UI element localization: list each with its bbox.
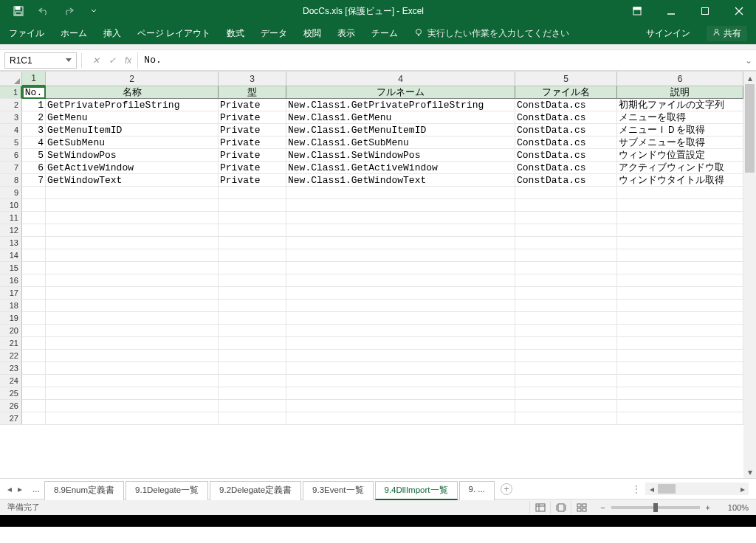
empty-cell[interactable] — [22, 412, 46, 425]
zoom-in-button[interactable]: + — [706, 503, 710, 512]
empty-cell[interactable] — [219, 400, 286, 412]
empty-cell[interactable] — [22, 300, 46, 312]
table-cell[interactable]: 6 — [22, 162, 46, 174]
empty-cell[interactable] — [286, 199, 515, 212]
tab-insert[interactable]: 挿入 — [103, 27, 121, 40]
table-header-cell[interactable]: フルネーム — [286, 86, 515, 99]
empty-cell[interactable] — [286, 412, 515, 425]
row-header[interactable]: 12 — [0, 224, 22, 237]
new-sheet-button[interactable]: + — [501, 483, 512, 495]
empty-cell[interactable] — [46, 274, 219, 287]
row-header[interactable]: 21 — [0, 337, 22, 350]
column-header[interactable]: 2 — [46, 72, 219, 86]
empty-cell[interactable] — [22, 375, 46, 387]
name-box[interactable]: R1C1 — [4, 52, 77, 69]
table-cell[interactable]: ConstData.cs — [515, 99, 617, 111]
empty-cell[interactable] — [46, 325, 219, 337]
sheet-tab[interactable]: 8.9Enum定義書 — [44, 481, 124, 500]
empty-cell[interactable] — [219, 287, 286, 300]
empty-cell[interactable] — [219, 350, 286, 362]
table-cell[interactable]: 初期化ファイルの文字列 — [617, 99, 743, 111]
empty-cell[interactable] — [22, 212, 46, 224]
empty-cell[interactable] — [617, 312, 743, 325]
empty-cell[interactable] — [22, 387, 46, 400]
row-header[interactable]: 7 — [0, 162, 22, 174]
empty-cell[interactable] — [286, 312, 515, 325]
tell-me-search[interactable]: 実行したい作業を入力してください — [414, 27, 569, 40]
empty-cell[interactable] — [617, 187, 743, 199]
row-header[interactable]: 18 — [0, 300, 22, 312]
empty-cell[interactable] — [286, 350, 515, 362]
empty-cell[interactable] — [22, 199, 46, 212]
scroll-up-arrow[interactable]: ▴ — [743, 72, 756, 84]
tab-review[interactable]: 校閲 — [303, 27, 321, 40]
empty-cell[interactable] — [617, 387, 743, 400]
column-header[interactable]: 6 — [617, 72, 743, 86]
vscroll-thumb[interactable] — [745, 84, 755, 173]
empty-cell[interactable] — [515, 237, 617, 249]
table-cell[interactable]: Private — [219, 162, 286, 174]
table-cell[interactable]: New.Class1.SetWindowPos — [286, 149, 515, 162]
empty-cell[interactable] — [617, 199, 743, 212]
empty-cell[interactable] — [515, 325, 617, 337]
empty-cell[interactable] — [46, 199, 219, 212]
empty-cell[interactable] — [515, 412, 617, 425]
tab-home[interactable]: ホーム — [61, 27, 87, 40]
empty-cell[interactable] — [617, 287, 743, 300]
empty-cell[interactable] — [515, 312, 617, 325]
row-header[interactable]: 10 — [0, 199, 22, 212]
table-cell[interactable]: 2 — [22, 111, 46, 124]
table-cell[interactable]: GetMenuItemID — [46, 124, 219, 136]
row-header[interactable]: 5 — [0, 136, 22, 149]
minimize-button[interactable] — [654, 0, 688, 22]
table-cell[interactable]: ウィンドウ位置設定 — [617, 149, 743, 162]
row-header[interactable]: 3 — [0, 111, 22, 124]
empty-cell[interactable] — [617, 237, 743, 249]
empty-cell[interactable] — [22, 325, 46, 337]
empty-cell[interactable] — [617, 224, 743, 237]
empty-cell[interactable] — [219, 262, 286, 274]
empty-cell[interactable] — [219, 375, 286, 387]
row-header[interactable]: 24 — [0, 375, 22, 387]
scroll-left-arrow[interactable]: ◂ — [645, 483, 658, 495]
table-cell[interactable]: New.Class1.GetSubMenu — [286, 136, 515, 149]
empty-cell[interactable] — [515, 199, 617, 212]
empty-cell[interactable] — [46, 262, 219, 274]
table-cell[interactable]: New.Class1.GetActiveWindow — [286, 162, 515, 174]
empty-cell[interactable] — [22, 262, 46, 274]
scroll-down-arrow[interactable]: ▾ — [743, 466, 756, 478]
empty-cell[interactable] — [515, 212, 617, 224]
empty-cell[interactable] — [46, 300, 219, 312]
empty-cell[interactable] — [219, 237, 286, 249]
empty-cell[interactable] — [286, 249, 515, 262]
empty-cell[interactable] — [46, 375, 219, 387]
empty-cell[interactable] — [617, 300, 743, 312]
tab-view[interactable]: 表示 — [337, 27, 355, 40]
empty-cell[interactable] — [22, 274, 46, 287]
empty-cell[interactable] — [22, 400, 46, 412]
row-header[interactable]: 8 — [0, 174, 22, 187]
table-cell[interactable]: ConstData.cs — [515, 136, 617, 149]
table-header-cell[interactable]: 型 — [219, 86, 286, 99]
row-header[interactable]: 6 — [0, 149, 22, 162]
table-cell[interactable]: GetActiveWindow — [46, 162, 219, 174]
tab-formulas[interactable]: 数式 — [227, 27, 244, 40]
table-cell[interactable]: Private — [219, 111, 286, 124]
empty-cell[interactable] — [617, 262, 743, 274]
signin-link[interactable]: サインイン — [646, 27, 690, 40]
empty-cell[interactable] — [617, 249, 743, 262]
tab-page-layout[interactable]: ページ レイアウト — [137, 27, 210, 40]
empty-cell[interactable] — [515, 187, 617, 199]
empty-cell[interactable] — [219, 300, 286, 312]
row-header[interactable]: 13 — [0, 237, 22, 249]
empty-cell[interactable] — [617, 325, 743, 337]
empty-cell[interactable] — [46, 362, 219, 375]
row-header[interactable]: 1 — [0, 86, 22, 99]
empty-cell[interactable] — [286, 400, 515, 412]
tab-file[interactable]: ファイル — [9, 27, 44, 40]
table-cell[interactable]: サブメニューを取得 — [617, 136, 743, 149]
empty-cell[interactable] — [617, 400, 743, 412]
empty-cell[interactable] — [46, 187, 219, 199]
empty-cell[interactable] — [286, 224, 515, 237]
sheet-tab[interactable]: 9.1Delegate一覧 — [126, 481, 208, 500]
